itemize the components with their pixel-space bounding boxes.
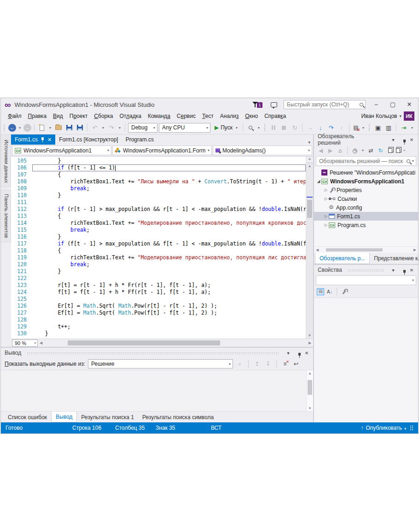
toolbar-overflow[interactable]: » — [402, 148, 407, 152]
output-vertical-scrollbar[interactable]: ▲ ▼ — [306, 370, 313, 411]
restart-button[interactable]: ↻ — [290, 123, 299, 133]
scroll-thumb[interactable] — [308, 380, 312, 395]
scroll-left-arrow[interactable]: ◀ — [314, 248, 320, 252]
collapse-all-icon[interactable] — [388, 148, 392, 153]
window-position-dropdown[interactable]: ▾ — [390, 268, 397, 273]
window-position-dropdown[interactable]: ▾ — [390, 137, 397, 142]
open-file-button[interactable] — [54, 123, 63, 133]
property-pages-icon[interactable] — [341, 289, 347, 294]
toolbar-grip[interactable] — [3, 124, 6, 131]
categorized-view-button[interactable] — [317, 288, 324, 295]
panel-drag-grip[interactable] — [348, 269, 384, 271]
navigate-backward-editor-button[interactable]: ▣ — [373, 123, 383, 133]
project-dropdown[interactable]: C# WindowsFormsApplication1 ▾ — [12, 146, 111, 155]
menu-сервис[interactable]: Сервис — [174, 112, 199, 120]
properties-object-combo[interactable]: ▾ — [316, 275, 416, 285]
tool-window-tab[interactable]: Результаты поиска символа — [138, 412, 218, 422]
scroll-thumb[interactable] — [326, 248, 383, 251]
solution-search-input[interactable] — [319, 158, 405, 164]
indent-button[interactable]: ⇥ — [399, 123, 408, 133]
toggle-word-wrap-button[interactable]: ↩ — [292, 361, 300, 367]
undo-dropdown[interactable]: ▾ — [101, 126, 105, 130]
tree-item-form1-cs[interactable]: ▷Form1.cs — [314, 212, 418, 221]
menu-проект[interactable]: Проект — [66, 112, 91, 120]
menu-тест[interactable]: Тест — [199, 112, 217, 120]
toolbar-grip[interactable] — [368, 124, 371, 131]
code-lines[interactable]: 105 }106 if (f[t - 1] <= 1)107 {108 rich… — [11, 157, 306, 339]
quick-launch-input[interactable] — [287, 101, 360, 108]
output-source-combo[interactable]: Решение ▾ — [88, 359, 233, 368]
navigate-forward-editor-button[interactable]: ▥ — [384, 123, 393, 133]
maximize-button[interactable]: ▢ — [387, 100, 399, 109]
menu-анализ[interactable]: Анализ — [217, 112, 242, 120]
side-tab[interactable]: Источники данных — [1, 135, 11, 187]
menu-файл[interactable]: Файл — [5, 112, 25, 120]
pin-icon[interactable] — [41, 137, 45, 142]
home-icon[interactable]: ⌂ — [336, 147, 344, 154]
redo-button[interactable]: ↷ — [107, 123, 116, 133]
navigate-back-dropdown[interactable]: ▾ — [17, 126, 22, 130]
tool-window-tab[interactable]: Список ошибок — [4, 412, 51, 422]
save-all-button[interactable] — [75, 123, 84, 133]
scroll-right-arrow[interactable]: ▶ — [412, 248, 418, 252]
stop-button[interactable] — [279, 123, 289, 133]
start-debug-button[interactable]: ▶ Пуск ▾ — [212, 124, 240, 131]
output-text-area[interactable] — [1, 370, 306, 411]
type-dropdown[interactable]: WindowsFormsApplication1.Form ▾ — [112, 146, 212, 155]
solution-platform-combo[interactable]: Any CPU▾ — [159, 123, 210, 133]
pending-changes-filter-icon[interactable]: ◷ — [351, 147, 359, 154]
step-into-button[interactable]: ↓ — [316, 123, 325, 133]
tree-item-app-config[interactable]: ⚙App.config — [314, 203, 418, 212]
tool-window-tab[interactable]: Вывод — [51, 412, 77, 422]
tree-item-решение-windowsformsapplicati[interactable]: ∞Решение "WindowsFormsApplicati — [314, 168, 418, 177]
scroll-up-arrow[interactable]: ▲ — [308, 370, 312, 376]
close-icon[interactable]: ✕ — [408, 137, 415, 142]
scroll-track[interactable] — [307, 376, 313, 405]
sync-with-active-document-icon[interactable]: ⇄ — [367, 147, 375, 154]
menu-команда[interactable]: Команда — [145, 112, 174, 120]
publish-button[interactable]: ↑ Опубликовать ▴ — [361, 425, 406, 431]
undo-button[interactable]: ↶ — [90, 123, 99, 133]
expander-icon[interactable]: ▷ — [323, 223, 329, 227]
menu-сборка[interactable]: Сборка — [91, 112, 116, 120]
panel-drag-grip[interactable] — [27, 352, 279, 354]
side-tab[interactable]: Панель элементов — [1, 190, 11, 242]
scroll-down-arrow[interactable]: ▼ — [308, 333, 312, 339]
right-tab[interactable]: Представление к... — [370, 253, 419, 264]
tree-item-program-cs[interactable]: ▷C#Program.cs — [314, 221, 418, 229]
toolbar-grip[interactable] — [264, 124, 266, 131]
menu-вид[interactable]: Вид — [50, 112, 66, 120]
scroll-right-arrow[interactable]: ▶ — [307, 341, 313, 345]
quick-launch-search[interactable] — [284, 100, 366, 109]
step-out-button[interactable]: ↑ — [337, 123, 346, 133]
expander-icon[interactable]: ▷ — [323, 188, 329, 192]
menu-окно[interactable]: Окно — [242, 112, 261, 120]
tree-item-windowsformsapplication1[interactable]: ◢C#WindowsFormsApplication1 — [314, 177, 418, 186]
solution-horizontal-scrollbar[interactable]: ◀ ▶ — [314, 246, 418, 253]
expander-icon[interactable]: ◢ — [316, 179, 321, 183]
previous-message-button[interactable]: ↥ — [253, 361, 261, 367]
new-file-dropdown[interactable]: ▾ — [48, 126, 52, 130]
save-button[interactable] — [64, 123, 74, 133]
menu-отладка[interactable]: Отладка — [116, 112, 144, 120]
feedback-icon[interactable] — [271, 102, 277, 107]
member-dropdown[interactable]: ModelingAdams() ▾ — [213, 146, 312, 155]
toolbar-overflow[interactable]: ▾ — [410, 126, 414, 130]
document-tab[interactable]: Form1.cs✕ — [11, 134, 55, 145]
menu-справка[interactable]: Справка — [261, 112, 289, 120]
refresh-icon[interactable]: ↻ — [377, 147, 384, 154]
filter-dropdown[interactable]: ▾ — [361, 148, 365, 152]
toolbar-overflow[interactable]: ▾ — [361, 126, 366, 130]
close-button[interactable]: ✕ — [403, 100, 415, 109]
editor-vertical-scrollbar[interactable]: ÷ ▲ ▼ — [306, 157, 313, 339]
solution-explorer-search[interactable]: ▾ — [316, 156, 416, 166]
code-editor[interactable]: 105 }106 if (f[t - 1] <= 1)107 {108 rich… — [11, 156, 313, 339]
forward-button[interactable]: ▶ — [326, 147, 334, 154]
navigate-forward-button[interactable]: → — [23, 124, 31, 132]
new-file-button[interactable] — [37, 123, 47, 133]
scroll-down-arrow[interactable]: ▼ — [308, 405, 312, 411]
resize-grip[interactable] — [410, 425, 413, 431]
pause-button[interactable] — [269, 123, 278, 133]
scroll-track[interactable] — [320, 247, 412, 253]
tree-item-properties[interactable]: ▷Properties — [314, 186, 418, 194]
